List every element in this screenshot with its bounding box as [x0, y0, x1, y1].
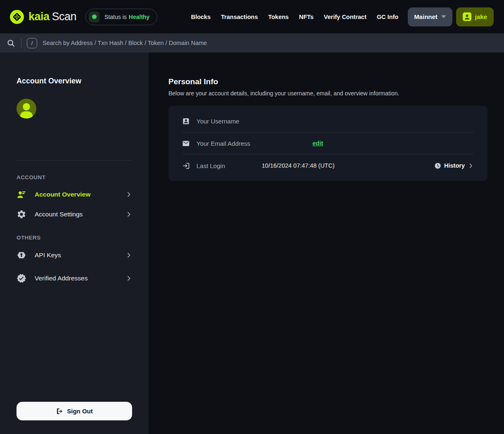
- brand-logo[interactable]: kaiaScan: [10, 10, 76, 24]
- person-lines-icon: [17, 190, 26, 199]
- sidebar-item-account-overview[interactable]: Account Overview: [17, 185, 132, 204]
- nav-blocks[interactable]: Blocks: [191, 14, 211, 20]
- status-dot-icon: [89, 12, 99, 22]
- verified-badge-icon: [17, 273, 26, 283]
- username-row: Your Username: [168, 110, 487, 132]
- chevron-right-icon: [125, 191, 132, 198]
- chevron-right-icon: [468, 163, 474, 169]
- gear-icon: [17, 209, 26, 219]
- row-label: Last Login: [196, 162, 225, 169]
- slash-key-hint: /: [27, 38, 37, 48]
- page-title: Personal Info: [168, 77, 487, 86]
- sidebar-section-others: OTHERS: [17, 235, 132, 241]
- divider: [21, 38, 21, 47]
- brand-suffix: Scan: [52, 10, 77, 23]
- status-value: Healthy: [129, 14, 150, 20]
- sidebar-item-label: Account Settings: [35, 211, 83, 218]
- sidebar-section-account: ACCOUNT: [17, 174, 132, 180]
- chevron-down-icon: [441, 15, 446, 18]
- personal-info-card: Your Username Your Email Address edit: [168, 106, 487, 181]
- row-label: Your Username: [196, 118, 239, 125]
- brand-wordmark: kaiaScan: [28, 10, 76, 23]
- last-login-value: 10/16/2024 07:47:48 (UTC): [262, 162, 335, 169]
- user-account-button[interactable]: jake: [456, 7, 494, 26]
- search-icon: [7, 39, 15, 47]
- sidebar-item-label: Verified Addresses: [35, 275, 88, 282]
- clock-icon: [434, 162, 441, 169]
- divider: [17, 160, 132, 161]
- network-label: Mainnet: [414, 13, 438, 20]
- global-search-bar[interactable]: / Search by Address / Txn Hash / Block /…: [0, 33, 504, 52]
- chevron-right-icon: [125, 275, 132, 282]
- search-input[interactable]: Search by Address / Txn Hash / Block / T…: [43, 40, 207, 46]
- sidebar-title: Account Overview: [17, 77, 132, 85]
- nav-tokens[interactable]: Tokens: [268, 14, 289, 20]
- edit-email-link[interactable]: edit: [312, 140, 323, 147]
- kaia-logo-icon: [10, 10, 24, 24]
- account-sidebar: Account Overview ACCOUNT: [0, 52, 149, 434]
- history-label: History: [444, 162, 465, 169]
- sign-out-label: Sign Out: [67, 408, 93, 415]
- account-box-icon: [182, 117, 190, 125]
- sidebar-item-label: API Keys: [35, 251, 61, 259]
- nav-transactions[interactable]: Transactions: [221, 14, 258, 20]
- login-history-link[interactable]: History: [434, 162, 474, 169]
- nav-verify-contract[interactable]: Verify Contract: [324, 14, 367, 20]
- logout-icon: [56, 408, 63, 415]
- brand-name: kaia: [28, 10, 50, 23]
- sidebar-item-account-settings[interactable]: Account Settings: [17, 204, 132, 224]
- sign-out-button[interactable]: Sign Out: [17, 402, 132, 420]
- login-icon: [182, 162, 190, 170]
- chevron-right-icon: [125, 211, 132, 218]
- sidebar-item-api-keys[interactable]: API Keys: [17, 245, 132, 265]
- chevron-right-icon: [125, 252, 132, 259]
- page-description: Below are your account details, includin…: [168, 90, 487, 97]
- status-prefix: Status is: [104, 14, 127, 20]
- username-label: jake: [475, 13, 487, 20]
- sidebar-item-label: Account Overview: [35, 191, 90, 198]
- last-login-row: Last Login 10/16/2024 07:47:48 (UTC) His…: [168, 154, 487, 177]
- main-nav: Blocks Transactions Tokens NFTs Verify C…: [191, 14, 398, 20]
- mail-icon: [182, 140, 190, 147]
- main-content: Personal Info Below are your account det…: [149, 52, 504, 434]
- nav-gc-info[interactable]: GC Info: [377, 14, 398, 20]
- key-hexagon-icon: [17, 250, 26, 260]
- row-label: Your Email Address: [196, 140, 250, 147]
- email-value: [262, 140, 312, 147]
- profile-avatar[interactable]: [17, 99, 132, 120]
- network-selector[interactable]: Mainnet: [408, 7, 452, 26]
- email-row: Your Email Address edit: [168, 133, 487, 154]
- user-avatar-icon: [463, 12, 471, 21]
- status-pill[interactable]: Status is Healthy: [85, 9, 157, 25]
- top-header: kaiaScan Status is Healthy Blocks Transa…: [0, 0, 504, 33]
- nav-nfts[interactable]: NFTs: [299, 14, 313, 20]
- sidebar-item-verified-addresses[interactable]: Verified Addresses: [17, 268, 132, 288]
